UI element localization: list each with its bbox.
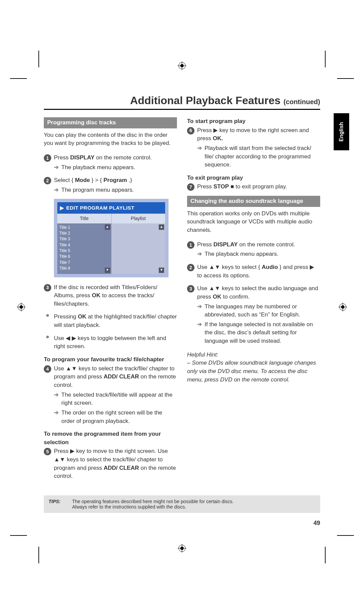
registration-mark-icon [178,61,186,70]
result-arrow-icon: ➔ [197,320,203,329]
step-4: 4 Use keys to select the track/file/ cha… [44,365,177,425]
stop-key-icon [231,183,234,190]
section-heading-audio: Changing the audio soundtrack language [187,196,320,207]
registration-mark-icon [17,303,26,311]
crop-mark [38,51,39,67]
step-1: 1 Press DISPLAY on the remote control. ➔… [44,154,177,172]
result-arrow-icon: ➔ [197,144,203,153]
list-item: Title 2 [59,231,109,236]
tips-label: TIPS: [49,499,72,510]
subheading: To remove the programmed item from your … [44,430,177,447]
left-key-icon [66,335,70,341]
scroll-down-icon: ▼ [159,268,164,273]
list-item: Title 3 [59,236,109,242]
step-number-icon: 1 [44,154,51,162]
step-number-icon: 2 [44,177,51,184]
subheading: To start program play [187,117,320,126]
list-item: Title 1 [59,225,109,231]
page-title: Additional Playback Features (continued) [44,94,320,110]
step-r1: 1 Press DISPLAY on the remote control. ➔… [187,241,320,258]
edit-program-playlist-panel: EDIT PROGRAM PLAYLIST Title Playlist ▲ T… [54,199,169,277]
down-key-icon [60,456,65,463]
step-number-icon: 4 [44,365,51,373]
panel-columns: Title Playlist [57,214,165,223]
up-key-icon [209,285,215,291]
down-key-icon [71,365,77,372]
registration-mark-icon [338,303,347,311]
intro-text: This operation works only on DVDs with m… [187,210,320,235]
step-6: 6 Press key to move to the right screen … [187,126,320,169]
list-item: Title 6 [59,254,109,259]
right-key-icon [70,448,74,454]
right-column: To start program play 6 Press key to mov… [187,117,320,485]
panel-title: EDIT PROGRAM PLAYLIST [57,202,165,214]
step-7: 7 Press STOP to exit program play. [187,183,320,191]
tips-box: TIPS: The operating features described h… [44,495,320,513]
step-number-icon: 5 [44,448,51,455]
page-content: Additional Playback Features (continued)… [44,94,320,527]
crop-mark [10,535,27,536]
down-key-icon [215,285,220,291]
result-arrow-icon: ➔ [54,391,60,399]
step-number-icon: 6 [187,127,194,134]
step-r3: 3 Use keys to select the audio language … [187,284,320,345]
subheading: To program your favourite track/ file/ch… [44,356,177,364]
col-title: Title [57,214,112,223]
step-number-icon: 7 [187,183,194,191]
playlist-list: ▲ ▼ [112,223,165,274]
step-r2: 2 Use keys to select { Audio } and press… [187,263,320,280]
up-key-icon [66,365,71,372]
right-key-icon [310,264,314,270]
helpful-hint: Helpful Hint: – Some DVDs allow soundtra… [187,351,320,384]
step-number-icon: 3 [44,284,51,291]
right-key-icon [213,127,218,133]
list-item: Title 8 [59,266,109,271]
crop-mark [325,51,326,67]
step-5: 5 Press key to move to the right screen.… [44,447,177,481]
crop-mark [337,78,354,79]
registration-mark-icon [178,544,186,553]
crop-mark [38,547,39,563]
scroll-up-icon: ▲ [105,224,110,230]
language-tab: English [334,113,349,150]
bullet-item: Pressing OK at the highlighted track/fil… [44,313,177,329]
bullet-item: Use keys to toggle between the left and … [44,334,177,351]
step-number-icon: 2 [187,264,194,271]
bullet-icon [44,336,51,338]
up-key-icon [54,456,60,463]
crop-mark [337,535,354,536]
list-item: Title 5 [59,248,109,254]
col-playlist: Playlist [112,214,165,223]
result-arrow-icon: ➔ [54,186,60,194]
subheading: To exit program play [187,174,320,182]
step-2: 2 Select { Mode } > { Program .} ➔The pr… [44,176,177,194]
bullet-icon [44,314,51,317]
down-key-icon [215,264,220,270]
scroll-up-icon: ▲ [159,224,164,230]
crop-mark [325,547,326,563]
scroll-down-icon: ▼ [105,268,110,273]
list-item: Title 4 [59,242,109,248]
section-heading-programming: Programming disc tracks [44,117,177,128]
result-arrow-icon: ➔ [197,250,203,258]
crop-mark [10,78,27,79]
intro-text: You can play the contents of the disc in… [44,131,177,148]
result-arrow-icon: ➔ [197,303,203,311]
right-key-icon [72,335,76,341]
result-arrow-icon: ➔ [54,409,60,417]
list-item: Title 7 [59,260,109,266]
tips-text: The operating features described here mi… [72,499,315,510]
page-number: 49 [44,520,320,527]
step-number-icon: 1 [187,241,194,249]
play-triangle-icon [60,205,64,211]
up-key-icon [209,264,215,270]
step-number-icon: 3 [187,285,194,293]
step-3: 3 If the disc is recorded with Titles/Fo… [44,283,177,308]
left-column: Programming disc tracks You can play the… [44,117,177,485]
result-arrow-icon: ➔ [54,163,60,172]
title-list: ▲ Title 1 Title 2 Title 3 Title 4 Title … [57,223,112,274]
